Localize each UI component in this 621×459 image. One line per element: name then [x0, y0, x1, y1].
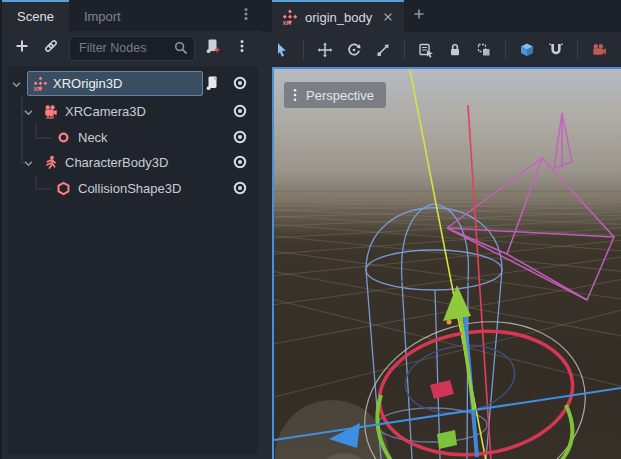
local-space-toggle-button[interactable] [514, 37, 540, 63]
eye-icon[interactable] [232, 75, 248, 95]
chevron-down-icon[interactable] [23, 104, 34, 122]
close-icon[interactable] [382, 11, 394, 23]
node-label: Neck [78, 130, 108, 145]
node-label: CharacterBody3D [65, 155, 168, 170]
list-select-tool-button[interactable] [413, 37, 439, 63]
scene-tab-origin-body[interactable]: XR origin_body [272, 0, 404, 32]
group-button-button[interactable] [471, 37, 497, 63]
eye-icon[interactable] [232, 103, 248, 123]
tree-row-collisionshape3d[interactable]: CollisionShape3D [8, 176, 258, 202]
list-select-icon [418, 42, 434, 58]
scene-tab-label: origin_body [305, 10, 372, 25]
select-tool-button[interactable] [269, 37, 295, 63]
scale-tool-button[interactable] [370, 37, 396, 63]
node-label: XROrigin3D [53, 76, 122, 91]
eye-icon[interactable] [232, 180, 248, 200]
filter-nodes-wrap [69, 36, 195, 61]
script-icon[interactable] [204, 75, 220, 95]
rotate-tool-button[interactable] [341, 37, 367, 63]
collision-shape-icon [56, 181, 71, 200]
xr-origin-icon: XR [33, 76, 48, 91]
dots-vertical-icon [291, 88, 299, 102]
dots-vertical-icon [238, 6, 254, 26]
rotate-icon [346, 42, 362, 58]
scene-dock: Scene Import [0, 0, 262, 459]
toolbar-separator [303, 40, 304, 59]
plus-icon [411, 6, 427, 26]
main-panel: XR origin_body [262, 0, 621, 459]
script-add-icon [205, 38, 221, 58]
selected-node-name-box[interactable]: XR XROrigin3D [27, 71, 203, 96]
move-tool-button[interactable] [312, 37, 338, 63]
scene-tree: XR XROrigin3D XR XRCamera3D Neck Charact… [8, 66, 258, 455]
group-icon [476, 42, 492, 58]
move-icon [317, 42, 333, 58]
tree-row-characterbody3d[interactable]: CharacterBody3D [8, 150, 258, 176]
viewport-toolbar [262, 32, 621, 67]
tree-row-xrcamera3d[interactable]: XR XRCamera3D [8, 99, 258, 125]
viewport-gizmos [274, 69, 621, 459]
tab-import[interactable]: Import [69, 0, 136, 31]
tree-row-neck[interactable]: Neck [8, 125, 258, 151]
new-scene-tab-button[interactable] [404, 0, 434, 32]
node-label: CollisionShape3D [78, 181, 181, 196]
perspective-label: Perspective [306, 88, 374, 103]
eye-icon[interactable] [232, 154, 248, 174]
scene-tabbar: XR origin_body [262, 0, 621, 32]
xr-camera-icon: XR [43, 104, 58, 123]
scene-tree-menu-button[interactable] [231, 37, 253, 59]
link-icon [43, 38, 59, 58]
local-space-icon [519, 42, 535, 58]
tree-row-xrorigin3d[interactable]: XR XROrigin3D [8, 71, 258, 97]
node-label: XRCamera3D [65, 104, 146, 119]
dock-menu-button[interactable] [230, 0, 262, 31]
svg-text:XR: XR [283, 20, 292, 25]
lock-button-button[interactable] [442, 37, 468, 63]
godot-editor-window: Scene Import [0, 0, 621, 459]
camera-preview-icon [591, 42, 607, 58]
tab-scene[interactable]: Scene [2, 0, 69, 31]
snap-toggle-button[interactable] [543, 37, 569, 63]
ring-icon [56, 130, 71, 149]
scale-icon [375, 42, 391, 58]
add-node-button[interactable] [11, 37, 33, 59]
character-body-icon [43, 155, 58, 174]
scene-dock-tabbar: Scene Import [2, 0, 262, 31]
tab-import-label: Import [84, 9, 121, 24]
svg-text:XR: XR [33, 86, 41, 91]
dots-vertical-icon [234, 38, 250, 58]
perspective-button[interactable]: Perspective [284, 82, 386, 108]
toolbar-separator [404, 40, 405, 59]
lock-icon [447, 42, 463, 58]
magnet-icon [548, 42, 564, 58]
chevron-down-icon[interactable] [11, 76, 22, 94]
search-icon [173, 40, 189, 60]
camera-preview-toggle-button[interactable] [586, 37, 612, 63]
tab-scene-label: Scene [17, 9, 54, 24]
svg-text:XR: XR [46, 114, 54, 119]
instance-scene-button[interactable] [40, 37, 62, 59]
scene-dock-toolbar [2, 31, 262, 65]
plus-icon [14, 38, 30, 58]
select-arrow-icon [274, 42, 290, 58]
xr-origin-icon: XR [282, 9, 298, 25]
toolbar-separator [577, 40, 578, 59]
attach-script-button[interactable] [202, 37, 224, 59]
eye-icon[interactable] [232, 129, 248, 149]
toolbar-separator [505, 40, 506, 59]
viewport-3d[interactable]: Perspective [272, 67, 621, 459]
chevron-down-icon[interactable] [23, 155, 34, 173]
